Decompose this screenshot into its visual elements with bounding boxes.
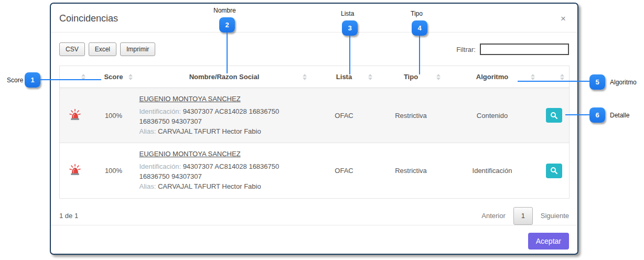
filter-label: Filtrar:	[456, 46, 476, 53]
sort-icon	[303, 74, 307, 80]
page-number-button[interactable]: 1	[513, 207, 533, 225]
alias-label: Alias:	[139, 182, 156, 190]
list-cell: OFAC	[312, 143, 377, 198]
header-algorithm[interactable]: Algoritmo	[445, 66, 540, 88]
accept-button[interactable]: Aceptar	[528, 233, 569, 250]
header-name[interactable]: Nombre/Razon Social	[137, 66, 312, 88]
type-cell: Restrictiva	[377, 143, 445, 198]
search-icon	[550, 112, 558, 120]
algorithm-cell: Identificación	[445, 143, 540, 198]
matches-table: Score Nombre/Razon Social Lista Tipo	[59, 66, 570, 199]
filter-group: Filtrar:	[456, 44, 569, 55]
list-cell: OFAC	[312, 88, 377, 143]
header-icon-column[interactable]	[60, 66, 90, 88]
type-cell: Restrictiva	[377, 88, 445, 143]
alias-label: Alias:	[139, 127, 156, 135]
header-score[interactable]: Score	[90, 66, 137, 88]
identification-label: Identificación:	[139, 107, 181, 115]
sort-icon	[81, 74, 85, 80]
callout-label-detalle: Detalle	[610, 112, 629, 119]
sort-icon	[560, 74, 564, 80]
algorithm-cell: Contenido	[445, 88, 540, 143]
siren-icon	[68, 109, 82, 121]
callout-badge-6: 6	[589, 107, 605, 123]
modal-header: Coincidencias ×	[51, 4, 577, 32]
next-page-link[interactable]: Siguiente	[541, 212, 569, 220]
coincidencias-modal: Coincidencias × CSV Excel Imprimir Filtr…	[50, 3, 578, 255]
score-cell: 100%	[90, 143, 137, 198]
filter-input[interactable]	[480, 44, 569, 55]
table-row: 100% EUGENIO MONTOYA SANCHEZ Identificac…	[60, 88, 570, 143]
detail-button[interactable]	[546, 108, 562, 123]
callout-label-algoritmo: Algoritmo	[610, 79, 637, 86]
callout-label-score: Score	[7, 77, 23, 84]
pagination: Anterior 1 Siguiente	[481, 207, 569, 225]
sort-icon	[436, 74, 441, 80]
detail-button[interactable]	[546, 164, 562, 178]
header-type[interactable]: Tipo	[377, 66, 445, 88]
sort-icon	[128, 74, 133, 80]
header-list[interactable]: Lista	[312, 66, 377, 88]
match-name-link[interactable]: EUGENIO MONTOYA SANCHEZ	[139, 94, 241, 104]
alias-value: CARVAJAL TAFURT Hector Fabio	[158, 182, 261, 190]
identification-label: Identificación:	[139, 162, 181, 170]
print-button[interactable]: Imprimir	[120, 42, 155, 56]
table-row: 100% EUGENIO MONTOYA SANCHEZ Identificac…	[60, 143, 570, 198]
modal-footer: Aceptar	[51, 225, 577, 257]
match-name-link[interactable]: EUGENIO MONTOYA SANCHEZ	[139, 149, 241, 159]
modal-body: CSV Excel Imprimir Filtrar: Sco	[51, 32, 577, 225]
table-header-row: Score Nombre/Razon Social Lista Tipo	[60, 66, 570, 88]
toolbar: CSV Excel Imprimir Filtrar:	[59, 42, 569, 56]
table-footer: 1 de 1 Anterior 1 Siguiente	[59, 199, 569, 225]
callout-badge-5: 5	[589, 74, 605, 90]
csv-button[interactable]: CSV	[59, 42, 85, 56]
sort-icon	[368, 74, 372, 80]
previous-page-link[interactable]: Anterior	[481, 212, 506, 220]
alias-value: CARVAJAL TAFURT Hector Fabio	[158, 127, 261, 135]
results-summary: 1 de 1	[59, 212, 78, 220]
close-icon[interactable]: ×	[557, 13, 569, 25]
siren-icon	[68, 164, 82, 176]
modal-title: Coincidencias	[59, 13, 118, 24]
score-cell: 100%	[90, 88, 137, 143]
sort-icon	[531, 74, 535, 80]
search-icon	[550, 167, 558, 175]
excel-button[interactable]: Excel	[89, 42, 116, 56]
header-detail-column[interactable]	[540, 66, 570, 88]
callout-badge-1: 1	[25, 72, 40, 88]
